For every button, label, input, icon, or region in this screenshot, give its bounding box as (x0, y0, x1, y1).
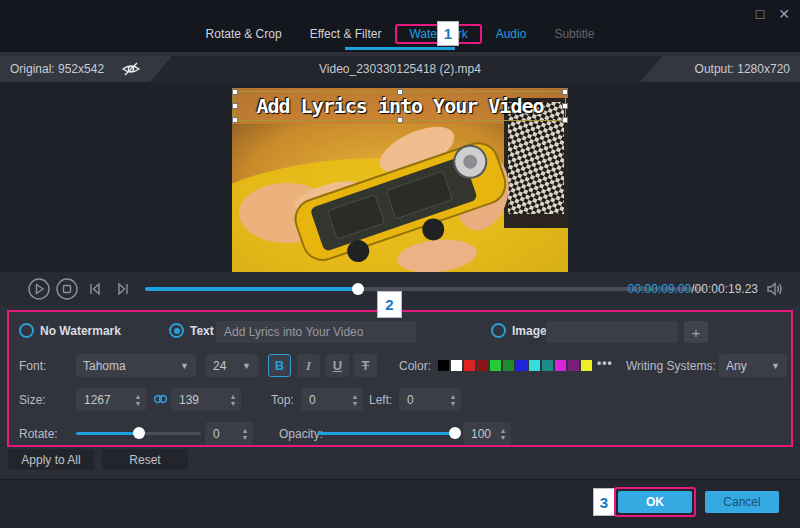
maximize-button[interactable]: □ (756, 6, 764, 22)
rotate-stepper[interactable]: 0 ▲▼ (205, 422, 253, 445)
spin-up-icon[interactable]: ▲ (242, 427, 249, 434)
seek-thumb[interactable] (352, 283, 364, 295)
volume-icon[interactable] (766, 281, 784, 300)
spin-down-icon[interactable]: ▼ (500, 434, 507, 441)
link-dimensions-icon[interactable] (153, 392, 168, 409)
spin-down-icon[interactable]: ▼ (352, 400, 359, 407)
cancel-button[interactable]: Cancel (705, 491, 779, 513)
output-size-label: Output: 1280x720 (695, 62, 790, 76)
stop-button[interactable] (54, 276, 80, 302)
resize-handle[interactable] (397, 89, 403, 95)
color-swatch[interactable] (555, 360, 566, 371)
watermark-image-input[interactable] (546, 321, 678, 343)
watermark-selection-box[interactable]: Add Lyrics into Your Video (234, 91, 566, 121)
add-image-button[interactable]: + (684, 321, 708, 343)
resize-handle[interactable] (232, 103, 238, 109)
radio-circle-icon[interactable] (169, 323, 184, 338)
color-swatch[interactable] (503, 360, 514, 371)
radio-circle-icon[interactable] (491, 323, 506, 338)
radio-no-watermark[interactable]: No Watermark (19, 323, 121, 338)
watermark-type-row: No Watermark Text Image + (19, 320, 781, 344)
spin-up-icon[interactable]: ▲ (230, 393, 237, 400)
close-button[interactable]: ✕ (778, 6, 790, 22)
color-swatch[interactable] (451, 360, 462, 371)
radio-image-watermark[interactable]: Image (491, 323, 547, 338)
writing-systems-select[interactable]: Any ▼ (719, 354, 787, 377)
tab-audio[interactable]: Audio (482, 24, 541, 46)
spin-down-icon[interactable]: ▼ (450, 400, 457, 407)
resize-handle[interactable] (562, 103, 568, 109)
resize-handle[interactable] (397, 117, 403, 123)
spin-up-icon[interactable]: ▲ (500, 427, 507, 434)
play-button[interactable] (26, 276, 52, 302)
seek-progress (145, 287, 358, 291)
bold-button[interactable]: B (268, 354, 291, 377)
color-swatch[interactable] (438, 360, 449, 371)
spin-down-icon[interactable]: ▼ (242, 434, 249, 441)
color-swatch[interactable] (542, 360, 553, 371)
watermark-text-input[interactable] (216, 321, 416, 343)
radio-circle-icon[interactable] (19, 323, 34, 338)
preview-header: Original: 952x542 Video_230330125418 (2)… (0, 56, 800, 82)
color-swatch[interactable] (477, 360, 488, 371)
output-size-tab: Output: 1280x720 (640, 56, 800, 82)
watermark-overlay-text[interactable]: Add Lyrics into Your Video (235, 94, 565, 118)
font-family-select[interactable]: Tahoma ▼ (76, 354, 196, 377)
opacity-slider[interactable] (317, 432, 455, 435)
color-swatch[interactable] (490, 360, 501, 371)
more-colors-button[interactable]: ••• (597, 356, 613, 370)
rotate-label: Rotate: (19, 427, 58, 441)
opacity-slider-thumb[interactable] (449, 427, 461, 439)
resize-handle[interactable] (562, 89, 568, 95)
color-swatch[interactable] (464, 360, 475, 371)
no-watermark-label: No Watermark (40, 324, 121, 338)
strikethrough-button[interactable]: T (354, 354, 377, 377)
color-swatch[interactable] (529, 360, 540, 371)
font-size-select[interactable]: 24 ▼ (206, 354, 258, 377)
font-row: Font: Tahoma ▼ 24 ▼ B I U T Color: ••• W… (19, 354, 781, 378)
spin-down-icon[interactable]: ▼ (135, 400, 142, 407)
chevron-down-icon: ▼ (242, 361, 251, 371)
height-stepper[interactable]: 139 ▲▼ (171, 388, 241, 411)
annotation-badge-3: 3 (593, 488, 615, 516)
resize-handle[interactable] (232, 117, 238, 123)
seek-slider[interactable] (145, 287, 705, 291)
font-family-value: Tahoma (83, 359, 126, 373)
ok-button[interactable]: OK (618, 491, 692, 513)
reset-button[interactable]: Reset (102, 449, 188, 470)
width-value: 1267 (76, 393, 130, 407)
left-stepper[interactable]: 0 ▲▼ (399, 388, 461, 411)
apply-to-all-button[interactable]: Apply to All (8, 449, 94, 470)
resize-handle[interactable] (232, 89, 238, 95)
color-swatch[interactable] (516, 360, 527, 371)
width-stepper[interactable]: 1267 ▲▼ (76, 388, 146, 411)
rotate-slider[interactable] (76, 432, 201, 435)
resize-handle[interactable] (562, 117, 568, 123)
panel-actions: Apply to All Reset (8, 449, 188, 470)
step-forward-button[interactable] (110, 276, 136, 302)
radio-text-watermark[interactable]: Text (169, 323, 214, 338)
video-canvas[interactable]: Add Lyrics into Your Video (232, 88, 568, 272)
size-label: Size: (19, 393, 46, 407)
underline-button[interactable]: U (326, 354, 349, 377)
spin-down-icon[interactable]: ▼ (230, 400, 237, 407)
spin-up-icon[interactable]: ▲ (450, 393, 457, 400)
italic-button[interactable]: I (297, 354, 320, 377)
color-swatch[interactable] (581, 360, 592, 371)
spin-up-icon[interactable]: ▲ (352, 393, 359, 400)
color-swatch[interactable] (568, 360, 579, 371)
text-watermark-label: Text (190, 324, 214, 338)
step-back-button[interactable] (82, 276, 108, 302)
spin-up-icon[interactable]: ▲ (135, 393, 142, 400)
opacity-stepper[interactable]: 100 ▲▼ (463, 422, 511, 445)
ok-button-highlight: OK (614, 487, 696, 517)
rotate-slider-thumb[interactable] (133, 427, 145, 439)
rotate-opacity-row: Rotate: 0 ▲▼ Opacity: 100 ▲▼ (19, 422, 781, 446)
opacity-value: 100 (463, 427, 495, 441)
tab-rotate-crop[interactable]: Rotate & Crop (192, 24, 296, 46)
top-stepper[interactable]: 0 ▲▼ (301, 388, 363, 411)
color-label: Color: (399, 359, 431, 373)
tab-subtitle[interactable]: Subtitle (540, 24, 608, 46)
tab-effect-filter[interactable]: Effect & Filter (296, 24, 396, 46)
writing-systems-label: Writing Systems: (626, 359, 716, 373)
